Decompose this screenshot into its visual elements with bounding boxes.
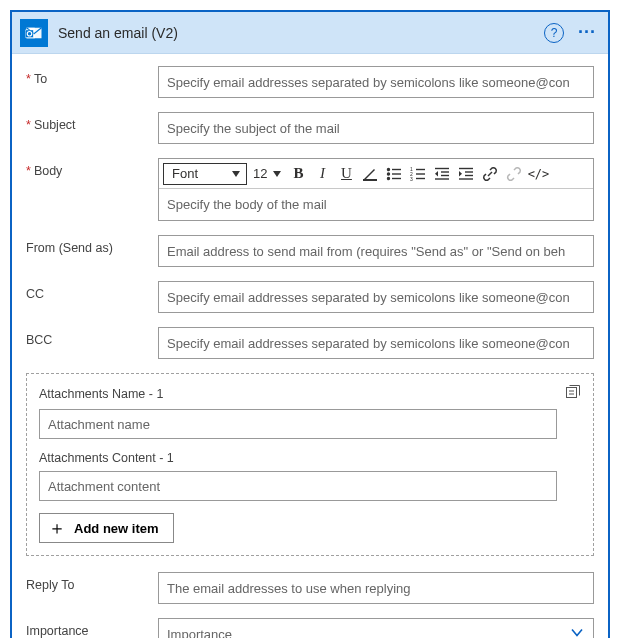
color-button[interactable] (359, 163, 381, 185)
bcc-input[interactable] (158, 327, 594, 359)
cc-input[interactable] (158, 281, 594, 313)
subject-input[interactable] (158, 112, 594, 144)
card-title: Send an email (V2) (58, 25, 544, 41)
numbered-list-button[interactable]: 123 (407, 163, 429, 185)
switch-to-array-icon[interactable] (565, 384, 581, 403)
body-label: Body (26, 158, 158, 178)
action-card: Send an email (V2) ? ··· To Subject Body… (10, 10, 610, 638)
attachments-group: Attachments Name - 1 Attachments Content… (26, 373, 594, 556)
bcc-label: BCC (26, 327, 158, 347)
svg-rect-25 (567, 388, 577, 398)
to-input[interactable] (158, 66, 594, 98)
attachment-name-input[interactable] (39, 409, 557, 439)
plus-icon: ＋ (48, 519, 66, 537)
more-icon[interactable]: ··· (574, 22, 600, 43)
code-view-button[interactable]: </> (527, 163, 549, 185)
attachment-content-input[interactable] (39, 471, 557, 501)
font-size-select[interactable]: 12 (249, 163, 285, 185)
svg-rect-4 (363, 179, 377, 181)
bold-button[interactable]: B (287, 163, 309, 185)
svg-point-7 (388, 173, 390, 175)
bulleted-list-button[interactable] (383, 163, 405, 185)
attachment-name-label: Attachments Name - 1 (39, 387, 163, 401)
indent-button[interactable] (455, 163, 477, 185)
attachment-content-label: Attachments Content - 1 (39, 451, 174, 465)
svg-text:3: 3 (410, 176, 413, 182)
from-input[interactable] (158, 235, 594, 267)
link-button[interactable] (479, 163, 501, 185)
reply-to-input[interactable] (158, 572, 594, 604)
importance-label: Importance (26, 618, 158, 638)
outlook-icon (20, 19, 48, 47)
cc-label: CC (26, 281, 158, 301)
font-family-select[interactable]: Font (163, 163, 247, 185)
help-icon[interactable]: ? (544, 23, 564, 43)
subject-label: Subject (26, 112, 158, 132)
card-body: To Subject Body Font 12 B I U (12, 54, 608, 638)
body-input[interactable]: Specify the body of the mail (159, 189, 593, 220)
to-label: To (26, 66, 158, 86)
card-header: Send an email (V2) ? ··· (12, 12, 608, 54)
underline-button[interactable]: U (335, 163, 357, 185)
unlink-button (503, 163, 525, 185)
outdent-button[interactable] (431, 163, 453, 185)
svg-point-5 (388, 168, 390, 170)
italic-button[interactable]: I (311, 163, 333, 185)
importance-select[interactable]: Importance (158, 618, 594, 638)
reply-to-label: Reply To (26, 572, 158, 592)
from-label: From (Send as) (26, 235, 158, 255)
add-new-item-button[interactable]: ＋ Add new item (39, 513, 174, 543)
svg-point-9 (388, 177, 390, 179)
rich-text-editor: Font 12 B I U 123 (158, 158, 594, 221)
rich-text-toolbar: Font 12 B I U 123 (159, 159, 593, 189)
